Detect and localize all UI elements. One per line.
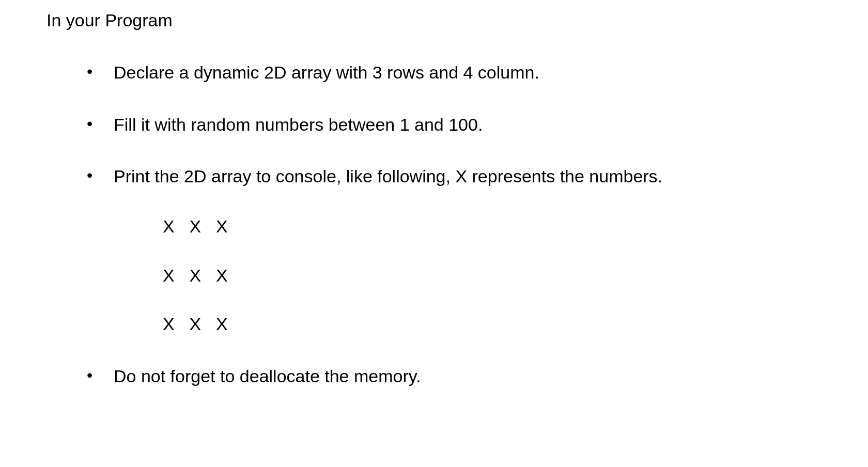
example-cell: X — [190, 262, 202, 289]
bullet-text: Fill it with random numbers between 1 an… — [114, 115, 483, 134]
example-output: X X X X X X X X X — [114, 213, 822, 338]
bullet-text: Declare a dynamic 2D array with 3 rows a… — [114, 63, 539, 82]
bullet-item: Print the 2D array to console, like foll… — [93, 163, 822, 338]
example-cell: X — [163, 262, 175, 289]
bullet-text: Print the 2D array to console, like foll… — [114, 166, 662, 186]
example-cell: X — [190, 310, 202, 338]
page-heading: In your Program — [47, 10, 822, 30]
example-cell: X — [190, 213, 202, 240]
example-cell: X — [216, 262, 228, 289]
bullet-item: Fill it with random numbers between 1 an… — [93, 111, 822, 138]
example-row: X X X — [163, 213, 822, 240]
bullet-list: Declare a dynamic 2D array with 3 rows a… — [47, 59, 822, 390]
example-cell: X — [163, 310, 175, 338]
bullet-item: Declare a dynamic 2D array with 3 rows a… — [93, 59, 822, 86]
bullet-item: Do not forget to deallocate the memory. — [93, 363, 822, 390]
example-cell: X — [216, 213, 228, 240]
example-cell: X — [216, 310, 228, 338]
example-row: X X X — [163, 262, 822, 289]
example-cell: X — [163, 213, 175, 240]
example-row: X X X — [163, 310, 822, 338]
bullet-text: Do not forget to deallocate the memory. — [114, 366, 421, 386]
